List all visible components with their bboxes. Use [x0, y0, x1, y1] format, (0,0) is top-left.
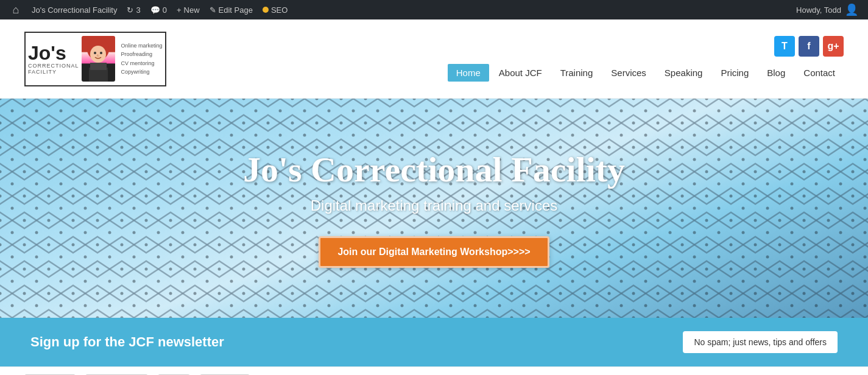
seo-dot-icon [263, 7, 269, 13]
logo-text-block: Jo's CORRECTIONAL FACILITY [28, 43, 79, 75]
nav-contact[interactable]: Contact [795, 64, 844, 82]
logo-box: Jo's CORRECTIONAL FACILITY [24, 32, 166, 86]
updates-icon: ↻ [127, 5, 133, 15]
hero-title: Jo's Correctional Facility [243, 149, 625, 190]
newsletter-text: Sign up for the JCF newsletter [30, 334, 224, 350]
edit-label: Edit Page [219, 5, 253, 15]
site-name[interactable]: Jo's Correctional Facility [27, 0, 122, 19]
new-item[interactable]: + New [172, 0, 205, 19]
comments-icon: 💬 [150, 5, 160, 15]
site-name-label: Jo's Correctional Facility [32, 5, 117, 15]
header-right: T f g+ Home About JCF Training Services … [448, 36, 844, 82]
svg-point-4 [94, 52, 96, 54]
newsletter-badge: No spam; just news, tips and offers [683, 331, 838, 353]
hero-content: Jo's Correctional Facility Digital marke… [243, 149, 625, 268]
admin-bar: ⌂ Jo's Correctional Facility ↻ 3 💬 0 + N… [0, 0, 868, 19]
nav-about-jcf[interactable]: About JCF [490, 64, 551, 82]
edit-page-item[interactable]: ✎ Edit Page [205, 0, 258, 19]
svg-rect-3 [90, 63, 107, 70]
logo-woman-image [82, 36, 115, 82]
logo-jos-text: Jo's [28, 43, 66, 63]
newsletter-bar: Sign up for the JCF newsletter No spam; … [0, 318, 868, 366]
logo-taglines: Online marketing Proofreading CV mentori… [121, 41, 163, 77]
seo-label: SEO [271, 5, 288, 15]
nav-speaking[interactable]: Speaking [656, 64, 711, 82]
updates-count: 3 [136, 5, 140, 15]
seo-item[interactable]: SEO [258, 0, 292, 19]
site-header: Jo's CORRECTIONAL FACILITY [0, 19, 868, 99]
user-avatar: 👤 [845, 3, 858, 16]
hero-cta-button[interactable]: Join our Digital Marketing Workshop>>>> [319, 236, 549, 268]
nav-training[interactable]: Training [552, 64, 602, 82]
main-nav: Home About JCF Training Services Speakin… [448, 64, 844, 82]
social-icons: T f g+ [774, 36, 844, 57]
svg-point-5 [100, 52, 102, 54]
gplus-icon[interactable]: g+ [823, 36, 844, 57]
logo-correctional-text: CORRECTIONAL [28, 63, 79, 69]
twitter-icon[interactable]: T [774, 36, 795, 57]
comments-item[interactable]: 💬 0 [146, 0, 172, 19]
new-label: New [184, 5, 200, 15]
nav-home[interactable]: Home [448, 64, 489, 82]
nav-services[interactable]: Services [602, 64, 655, 82]
logo-facility-text: FACILITY [28, 69, 57, 75]
wp-icon: ⌂ [10, 4, 22, 16]
hero-subtitle: Digital marketing training and services [243, 197, 625, 214]
nav-blog[interactable]: Blog [758, 64, 794, 82]
bottom-row: 👍 Like 32 🐦 Tweet 122 g+ +1 in Share 2 J… [0, 366, 868, 375]
howdy-text: Howdy, Todd 👤 [791, 3, 863, 16]
hero-section: Jo's Correctional Facility Digital marke… [0, 99, 868, 318]
comments-count: 0 [163, 5, 167, 15]
wp-logo[interactable]: ⌂ [5, 0, 27, 19]
updates-item[interactable]: ↻ 3 [122, 0, 145, 19]
edit-icon: ✎ [210, 5, 216, 15]
nav-pricing[interactable]: Pricing [712, 64, 757, 82]
new-icon: + [177, 5, 182, 15]
logo-area[interactable]: Jo's CORRECTIONAL FACILITY [24, 32, 166, 86]
facebook-icon[interactable]: f [799, 36, 819, 57]
